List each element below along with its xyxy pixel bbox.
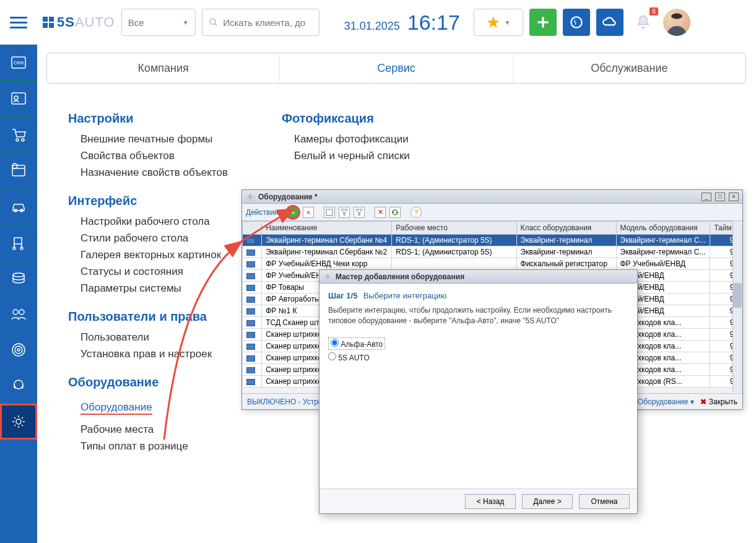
svg-point-24 — [13, 273, 24, 277]
brand-logo: 5SAUTO — [42, 14, 115, 30]
col-icon[interactable] — [243, 222, 262, 235]
section-equipment: Оборудование — [68, 375, 228, 389]
link-vector-gallery[interactable]: Галерея векторных картинок — [80, 249, 228, 261]
svg-point-32 — [249, 195, 252, 198]
sidebar-item-cart[interactable] — [0, 116, 37, 152]
link-payment-types[interactable]: Типы оплат в рознице — [80, 440, 228, 453]
content-col1: Настройки Внешние печатные формы Свойств… — [68, 111, 228, 457]
link-assign-props[interactable]: Назначение свойств объектов — [80, 167, 228, 179]
svg-point-27 — [12, 344, 25, 356]
toolbar-btn-1[interactable] — [324, 207, 335, 218]
svg-rect-0 — [43, 17, 48, 22]
tab-service[interactable]: Сервис — [280, 53, 513, 83]
svg-point-15 — [22, 139, 24, 141]
datetime: 31.01.2025 16:17 — [344, 11, 460, 35]
user-avatar[interactable] — [663, 9, 690, 36]
col-model[interactable]: Модель оборудования — [616, 222, 710, 235]
table-row[interactable]: Эквайринг-терминал Сбербанк №4RDS-1; (Ад… — [243, 235, 742, 246]
actions-menu[interactable]: Действия — [246, 208, 283, 217]
brand-icon — [42, 16, 54, 28]
svg-point-23 — [20, 247, 23, 250]
search-icon — [209, 17, 218, 28]
svg-point-29 — [17, 349, 20, 351]
add-record-button[interactable]: + — [287, 206, 299, 219]
link-blackwhite[interactable]: Белый и черный списки — [294, 150, 410, 162]
svg-rect-2 — [43, 23, 48, 28]
tab-maintenance[interactable]: Обслуживание — [513, 53, 745, 83]
favorites-button[interactable]: ★ ▼ — [474, 9, 523, 36]
wizard-next-button[interactable]: Далее > — [522, 494, 573, 509]
link-object-props[interactable]: Свойства объектов — [80, 150, 228, 162]
svg-point-26 — [19, 310, 24, 315]
link-cameras[interactable]: Камеры фотофиксации — [294, 133, 410, 146]
search-input[interactable] — [223, 17, 313, 28]
sidebar-item-delivery[interactable] — [0, 224, 37, 260]
bell-icon — [635, 14, 652, 31]
link-desktop-styles[interactable]: Стили рабочего стола — [80, 232, 228, 245]
sidebar-item-contacts[interactable] — [0, 80, 37, 116]
toolbar-btn-2[interactable] — [339, 207, 350, 218]
col-name[interactable]: Наименование — [262, 222, 392, 235]
sidebar-item-settings[interactable] — [0, 404, 37, 440]
tab-company[interactable]: Компания — [47, 53, 280, 83]
wizard-step: Шаг 1/5 — [328, 291, 357, 300]
star-icon: ★ — [486, 13, 500, 32]
time-text: 16:17 — [407, 11, 460, 35]
chevron-down-icon: ▼ — [504, 19, 510, 26]
grid-scroll-thumb[interactable] — [733, 283, 742, 308]
window-titlebar[interactable]: Оборудование * _ □ × — [242, 190, 742, 204]
wizard-back-button[interactable]: < Назад — [465, 494, 516, 509]
help-button[interactable] — [596, 9, 623, 36]
link-desktop-settings[interactable]: Настройки рабочего стола — [80, 215, 228, 228]
link-users[interactable]: Пользователи — [80, 331, 228, 344]
sidebar-item-users[interactable] — [0, 296, 37, 332]
close-button[interactable]: × — [729, 193, 739, 201]
toolbar-help[interactable]: ? — [411, 207, 422, 218]
settings-quick-button[interactable] — [563, 9, 590, 36]
footer-equipment-link[interactable]: Оборудование ▾ — [638, 397, 694, 406]
toolbar-refresh[interactable] — [389, 207, 401, 218]
section-photo: Фотофиксация — [282, 111, 410, 126]
filter-select[interactable]: Все ▼ — [121, 9, 196, 36]
toolbar-filter-clear[interactable]: ✕ — [375, 207, 386, 218]
sidebar-item-calendar[interactable] — [0, 152, 37, 188]
link-statuses[interactable]: Статусы и состояния — [80, 266, 228, 278]
notifications-button[interactable]: 8 — [630, 9, 657, 36]
minimize-button[interactable]: _ — [702, 193, 711, 201]
wizard-titlebar[interactable]: Мастер добавления оборудования — [319, 270, 637, 284]
sidebar-item-crm[interactable]: CRM — [0, 45, 37, 80]
link-print-forms[interactable]: Внешние печатные формы — [80, 133, 228, 146]
table-row[interactable]: ФР Учебный/ЕНВД Чеки коррФискальный реги… — [243, 258, 742, 270]
table-row[interactable]: Эквайринг-терминал Сбербанк №2RDS-1; (Ад… — [243, 246, 742, 258]
hamburger-menu[interactable] — [6, 10, 31, 35]
link-system-params[interactable]: Параметры системы — [80, 282, 228, 295]
link-workplaces[interactable]: Рабочие места — [80, 424, 228, 436]
col-class[interactable]: Класс оборудования — [516, 222, 616, 235]
wizard-dialog: Мастер добавления оборудования Шаг 1/5 В… — [319, 269, 638, 514]
toolbar-btn-3[interactable] — [354, 207, 365, 218]
link-permissions[interactable]: Установка прав и настроек — [80, 348, 228, 360]
svg-rect-1 — [49, 17, 54, 22]
radio-5s-auto[interactable]: 5S AUTO — [328, 352, 628, 362]
date-text: 31.01.2025 — [344, 20, 400, 33]
footer-close-button[interactable]: ✖ Закрыть — [700, 397, 737, 406]
delete-record-button[interactable]: × — [303, 207, 314, 218]
search-box[interactable] — [202, 9, 319, 36]
link-equipment[interactable]: Оборудование — [80, 401, 152, 415]
wizard-cancel-button[interactable]: Отмена — [579, 494, 630, 509]
grid-scrollbar[interactable] — [732, 221, 742, 392]
sidebar-item-finance[interactable] — [0, 260, 37, 296]
maximize-button[interactable]: □ — [715, 193, 725, 201]
bolt-gear-icon — [568, 14, 584, 30]
sidebar-item-support[interactable] — [0, 368, 37, 404]
col-place[interactable]: Рабочее место — [392, 222, 516, 235]
section-interface: Интерфейс — [68, 194, 228, 208]
svg-point-28 — [15, 346, 22, 354]
content-col2: Фотофиксация Камеры фотофиксации Белый и… — [282, 111, 410, 167]
add-button[interactable] — [529, 9, 557, 36]
section-users: Пользователи и права — [68, 310, 228, 324]
sidebar-item-target[interactable] — [0, 332, 37, 368]
sidebar-item-car[interactable] — [0, 188, 37, 224]
svg-rect-3 — [49, 23, 54, 28]
radio-alfa-auto[interactable]: Альфа-Авто — [328, 337, 628, 350]
